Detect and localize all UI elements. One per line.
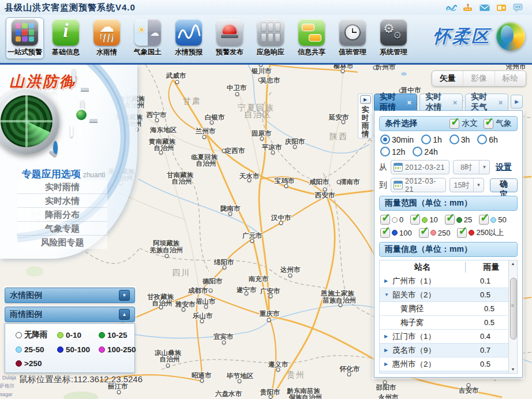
interval-radio-12h[interactable]: 12h bbox=[380, 147, 405, 156]
info-icon: i bbox=[53, 19, 79, 46]
toolbar-button-response-grid[interactable]: 应急响应 bbox=[252, 17, 290, 59]
maptype-button[interactable]: 标绘 bbox=[494, 71, 526, 86]
rainfall-value: 0.5 bbox=[462, 290, 509, 299]
legend-label: >250 bbox=[24, 359, 42, 368]
checkbox-checked-icon[interactable] bbox=[484, 119, 493, 129]
maptype-button[interactable]: 影像 bbox=[463, 71, 494, 86]
toolbar-button-hydro-forecast[interactable]: 水情预报 bbox=[170, 17, 208, 59]
scroll-down-icon[interactable]: ▼ bbox=[509, 366, 517, 373]
toolbar-button-share-chat[interactable]: 信息共享 bbox=[293, 17, 331, 59]
expand-row-icon[interactable]: ▶ bbox=[384, 334, 392, 339]
tab-2[interactable]: 实时天气× bbox=[465, 94, 508, 110]
condition-checkbox[interactable]: 气象 bbox=[484, 118, 512, 129]
radio-icon[interactable] bbox=[449, 135, 459, 144]
menu-item-0[interactable]: 实时雨情 bbox=[17, 180, 107, 193]
menu-item-2[interactable]: 降雨分布 bbox=[17, 207, 107, 221]
checkbox-checked-icon[interactable] bbox=[445, 215, 455, 225]
expand-panel-arrow-button[interactable]: ▶ bbox=[360, 95, 371, 104]
close-tab-icon[interactable]: × bbox=[499, 98, 503, 107]
expand-row-icon[interactable]: ▶ bbox=[384, 361, 392, 367]
menu-item-4[interactable]: 风险图专题 bbox=[17, 235, 107, 249]
menu-item-1[interactable]: 实时水情 bbox=[17, 193, 107, 207]
interval-radio-3h[interactable]: 3h bbox=[449, 135, 470, 144]
table-row[interactable]: 梅子窝0.5 bbox=[380, 316, 509, 330]
dropdown-arrow-icon[interactable]: ▼ bbox=[479, 161, 489, 174]
interval-radio-6h[interactable]: 6h bbox=[477, 135, 498, 144]
close-tab-icon[interactable]: × bbox=[453, 98, 458, 107]
expand-row-icon[interactable]: ▶ bbox=[384, 278, 392, 284]
checkbox-checked-icon[interactable] bbox=[457, 228, 467, 238]
mail-icon[interactable] bbox=[479, 3, 490, 12]
tab-0[interactable]: 实时雨情× bbox=[374, 94, 417, 110]
checkbox-checked-icon[interactable] bbox=[410, 215, 420, 225]
toolbar-button-rain-cloud[interactable]: ☁水雨情 bbox=[88, 17, 126, 59]
wave-icon[interactable] bbox=[445, 3, 457, 12]
toolbar-button-label: 预警发布 bbox=[216, 47, 243, 57]
tab-scroll-right-button[interactable]: ▶ bbox=[511, 95, 523, 109]
interval-radio-group: 30min1h3h6h12h24h bbox=[380, 135, 516, 156]
table-row[interactable]: ▶茂名市（9）0.7 bbox=[380, 344, 509, 357]
range-checkbox-25[interactable]: 25 bbox=[445, 215, 472, 225]
radio-icon[interactable] bbox=[421, 135, 431, 144]
water-legend-header[interactable]: 水情图例 ▼ bbox=[5, 288, 135, 303]
toolbar-button-weather[interactable]: ☀☁气象国土 bbox=[129, 17, 167, 59]
condition-checkbox[interactable]: 水文 bbox=[449, 118, 478, 129]
toolbar-button-gears[interactable]: ⚙⚙系统管理 bbox=[374, 17, 413, 59]
toolbar-button-alarm[interactable]: 预警发布 bbox=[211, 17, 249, 59]
range-checkbox-250以上[interactable]: 250以上 bbox=[457, 228, 504, 238]
legend-label: 10-25 bbox=[107, 331, 128, 340]
rain-legend-header[interactable]: 雨情图例 ▲ bbox=[5, 307, 135, 322]
radio-icon[interactable] bbox=[380, 135, 390, 144]
range-checkbox-50[interactable]: 50 bbox=[479, 215, 506, 225]
from-hour-select[interactable]: 8时 ▼ bbox=[453, 160, 490, 174]
menu-item-3[interactable]: 气象专题 bbox=[17, 221, 107, 235]
close-tab-icon[interactable]: × bbox=[407, 98, 412, 107]
table-row[interactable]: ▶广州市（1）0.1 bbox=[380, 274, 509, 288]
chat-icon[interactable] bbox=[512, 3, 524, 12]
range-checkbox-0[interactable]: 0 bbox=[380, 215, 403, 225]
scroll-up-icon[interactable]: ▲ bbox=[509, 260, 517, 267]
to-hour-select[interactable]: 15时 ▼ bbox=[449, 178, 484, 192]
to-date-value: 2012-03-21 bbox=[405, 177, 443, 193]
legend-item: 10-25 bbox=[99, 330, 145, 340]
collapse-row-icon[interactable]: ▼ bbox=[384, 292, 392, 297]
expand-row-icon[interactable]: ▶ bbox=[384, 348, 392, 353]
table-row[interactable]: ▼韶关市（2）0.5 bbox=[380, 288, 509, 302]
range-checkbox-100[interactable]: 100 bbox=[380, 228, 412, 238]
tab-1[interactable]: 实时水情× bbox=[419, 94, 463, 110]
book-icon bbox=[70, 126, 73, 136]
range-checkbox-250[interactable]: 250 bbox=[419, 228, 451, 238]
range-checkbox-10[interactable]: 10 bbox=[410, 215, 437, 225]
radio-icon[interactable] bbox=[413, 147, 422, 156]
toolbar-button-app-grid[interactable]: 一站式预警 bbox=[6, 17, 44, 59]
to-date-picker[interactable]: 2012-03-21 bbox=[391, 178, 446, 192]
interval-radio-30min[interactable]: 30min bbox=[380, 135, 414, 144]
settings-link[interactable]: 设置 bbox=[496, 162, 512, 173]
table-row[interactable]: ▶惠州市（2）0.5 bbox=[380, 357, 509, 371]
toolbar-button-clock[interactable]: 值班管理 bbox=[334, 17, 372, 59]
checkbox-checked-icon[interactable] bbox=[380, 228, 390, 238]
table-scrollbar[interactable]: ▲ ▼ bbox=[508, 260, 517, 373]
beacon-icon[interactable] bbox=[462, 3, 474, 12]
maptype-button[interactable]: 矢量 bbox=[432, 71, 463, 86]
checkbox-checked-icon[interactable] bbox=[479, 215, 489, 225]
confirm-button[interactable]: 确定 bbox=[490, 178, 518, 192]
table-row[interactable]: ▶江门市（1）0.4 bbox=[380, 330, 509, 344]
toolbar-button-info[interactable]: i基础信息 bbox=[47, 17, 85, 59]
archive-icon[interactable] bbox=[496, 3, 507, 12]
radio-icon[interactable] bbox=[380, 147, 390, 156]
interval-radio-24h[interactable]: 24h bbox=[413, 147, 437, 156]
table-row[interactable]: 黄腾径0.5 bbox=[380, 302, 509, 316]
checkbox-checked-icon[interactable] bbox=[380, 215, 390, 225]
checkbox-checked-icon[interactable] bbox=[419, 228, 429, 238]
dropdown-arrow-icon[interactable]: ▼ bbox=[473, 178, 484, 192]
scrollbar-thumb[interactable] bbox=[510, 278, 517, 340]
expand-legend-icon[interactable]: ▼ bbox=[119, 290, 130, 301]
toolbar-button-label: 一站式预警 bbox=[8, 47, 42, 57]
table-row[interactable]: ▶梅州市（13）0.4 bbox=[380, 371, 509, 374]
collapse-legend-icon[interactable]: ▲ bbox=[119, 309, 130, 320]
checkbox-checked-icon[interactable] bbox=[449, 119, 459, 129]
radio-icon[interactable] bbox=[477, 135, 487, 144]
interval-radio-1h[interactable]: 1h bbox=[421, 135, 442, 144]
from-date-picker[interactable]: 2012-03-21 bbox=[391, 160, 449, 174]
